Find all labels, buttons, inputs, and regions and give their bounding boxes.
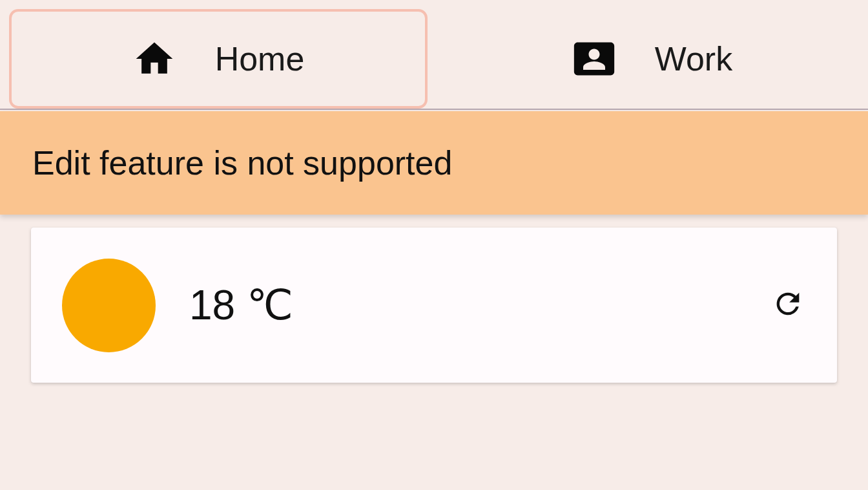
sun-icon — [62, 259, 156, 352]
tab-work-label: Work — [655, 39, 732, 78]
temperature-value: 18 ℃ — [189, 281, 770, 329]
weather-card: 18 ℃ — [31, 228, 837, 383]
tab-work[interactable]: Work — [446, 9, 859, 109]
refresh-button[interactable] — [770, 287, 806, 323]
refresh-icon — [771, 287, 805, 323]
tab-home-label: Home — [215, 39, 305, 78]
person-icon — [572, 37, 616, 81]
home-icon — [132, 37, 176, 81]
tab-bar: Home Work — [0, 0, 868, 110]
tab-home[interactable]: Home — [9, 9, 428, 109]
snackbar[interactable]: Edit feature is not supported — [0, 111, 868, 215]
snackbar-message: Edit feature is not supported — [32, 144, 452, 182]
